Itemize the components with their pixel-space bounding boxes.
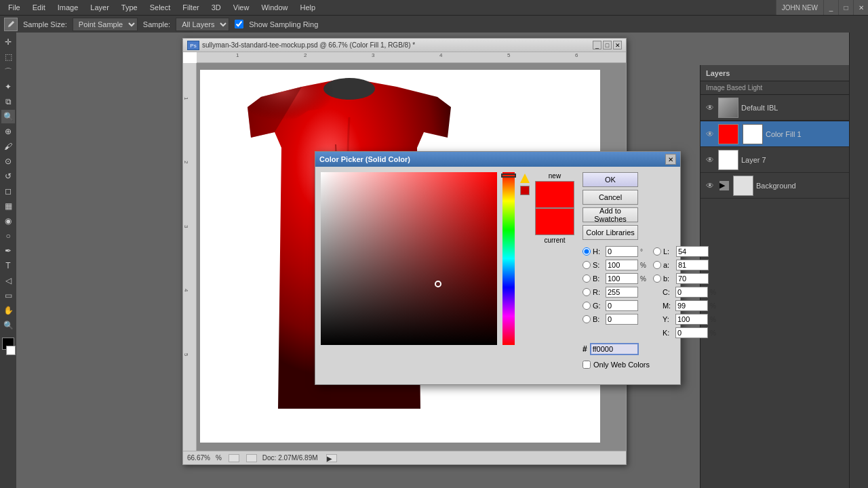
sample-size-select[interactable]: Point Sample xyxy=(73,18,138,31)
a-row: a: 81 xyxy=(653,259,716,271)
m-input[interactable]: 99 xyxy=(675,300,708,311)
eyedropper-tool[interactable]: 🔍 xyxy=(1,110,15,123)
path-select-tool[interactable]: ◁ xyxy=(1,274,15,287)
account-button[interactable]: JOHN NEW xyxy=(776,0,823,15)
color-fill-thumb xyxy=(718,124,738,144)
web-color-warning-swatch[interactable] xyxy=(520,186,530,195)
menu-select[interactable]: Select xyxy=(144,2,176,13)
color-picker-close-button[interactable]: ✕ xyxy=(665,154,676,165)
only-web-colors-checkbox[interactable] xyxy=(583,361,591,369)
minimize-button[interactable]: _ xyxy=(823,0,838,15)
heal-tool[interactable]: ⊕ xyxy=(1,125,15,138)
b3-input[interactable]: 70 xyxy=(676,273,709,284)
s-input[interactable]: 100 xyxy=(606,260,638,270)
move-tool[interactable]: ✛ xyxy=(1,35,15,49)
ok-button[interactable]: OK xyxy=(583,172,638,187)
menu-3d[interactable]: 3D xyxy=(206,2,226,13)
document-title: sullyman-3d-standard-tee-mockup.psd @ 66… xyxy=(202,41,591,49)
menu-help[interactable]: Help xyxy=(295,2,321,13)
lab-cmyk-col: L: 54 a: 81 b: 70 xyxy=(653,245,716,339)
layer-background[interactable]: 👁 ▶ Background xyxy=(701,173,849,199)
pen-tool[interactable]: ✒ xyxy=(1,244,15,258)
background-layer-name: Background xyxy=(756,182,845,190)
show-sampling-ring-checkbox[interactable] xyxy=(235,20,243,28)
hue-slider[interactable] xyxy=(502,172,515,345)
l-radio[interactable] xyxy=(653,247,661,256)
g-input[interactable]: 0 xyxy=(606,300,638,311)
sample-select[interactable]: All Layers xyxy=(176,18,229,31)
a-radio[interactable] xyxy=(653,261,661,269)
blur-tool[interactable]: ◉ xyxy=(1,214,15,228)
web-colors-row: Only Web Colors xyxy=(583,361,716,369)
h-input[interactable]: 0 xyxy=(606,246,638,257)
left-toolbar: ✛ ⬚ ⌒ ✦ ⧉ 🔍 ⊕ 🖌 ⊙ ↺ ◻ ▦ ◉ ○ ✒ T ◁ ▭ ✋ 🔍 xyxy=(0,33,16,488)
shape-tool[interactable]: ▭ xyxy=(1,289,15,302)
menu-layer[interactable]: Layer xyxy=(85,2,115,13)
a-input[interactable]: 81 xyxy=(676,260,709,270)
new-color-swatch[interactable] xyxy=(535,181,574,208)
s-radio[interactable] xyxy=(583,261,591,269)
menu-window[interactable]: Window xyxy=(256,2,293,13)
color-fill-mask-thumb xyxy=(743,124,763,144)
text-tool[interactable]: T xyxy=(1,259,15,272)
doc-close-button[interactable]: ✕ xyxy=(613,41,622,49)
color-gradient-picker[interactable] xyxy=(321,172,497,345)
dodge-tool[interactable]: ○ xyxy=(1,229,15,243)
r-radio[interactable] xyxy=(583,288,591,296)
layer-color-fill-1[interactable]: 👁 Color Fill 1 xyxy=(701,121,849,147)
menu-bar: JOHN NEW _ □ ✕ File Edit Image Layer Typ… xyxy=(0,0,868,15)
blue-radio[interactable] xyxy=(583,315,591,323)
lasso-tool[interactable]: ⌒ xyxy=(1,65,15,79)
ibl-visibility-icon[interactable]: 👁 xyxy=(705,102,715,113)
hand-tool[interactable]: ✋ xyxy=(1,304,15,317)
sample-size-label: Sample Size: xyxy=(23,20,67,28)
menu-filter[interactable]: Filter xyxy=(177,2,204,13)
k-input[interactable]: 0 xyxy=(675,327,708,338)
alert-icon[interactable] xyxy=(520,174,530,183)
b-input[interactable]: 100 xyxy=(606,273,638,284)
ibl-thumb xyxy=(718,98,738,118)
menu-type[interactable]: Type xyxy=(116,2,143,13)
r-input[interactable]: 255 xyxy=(606,287,638,298)
y-input[interactable]: 100 xyxy=(675,314,708,325)
magic-wand-tool[interactable]: ✦ xyxy=(1,80,15,94)
gradient-tool[interactable]: ▦ xyxy=(1,199,15,213)
menu-image[interactable]: Image xyxy=(52,2,84,13)
history-tool[interactable]: ↺ xyxy=(1,169,15,183)
doc-minimize-button[interactable]: _ xyxy=(593,41,601,49)
right-arrow-btn[interactable]: ▶ xyxy=(326,454,337,462)
new-color-label: new xyxy=(549,172,561,180)
g-radio[interactable] xyxy=(583,302,591,310)
eyedropper-tool-icon[interactable] xyxy=(4,18,18,31)
marquee-tool[interactable]: ⬚ xyxy=(1,50,15,64)
ibl-layer-row[interactable]: 👁 Default IBL xyxy=(701,95,849,121)
hex-input[interactable]: ff0000 xyxy=(590,343,639,355)
menu-view[interactable]: View xyxy=(228,2,255,13)
maximize-button[interactable]: □ xyxy=(838,0,853,15)
current-color-swatch[interactable] xyxy=(535,208,574,235)
c-input[interactable]: 0 xyxy=(675,287,708,298)
doc-maximize-button[interactable]: □ xyxy=(603,41,612,49)
h-radio[interactable] xyxy=(583,247,591,256)
b3-radio[interactable] xyxy=(653,274,661,283)
menu-file[interactable]: File xyxy=(3,2,26,13)
layer7-visibility-icon[interactable]: 👁 xyxy=(705,155,715,165)
layer-7[interactable]: 👁 Layer 7 xyxy=(701,147,849,173)
zoom-tool[interactable]: 🔍 xyxy=(1,319,15,332)
brush-tool[interactable]: 🖌 xyxy=(1,140,15,153)
color-libraries-button[interactable]: Color Libraries xyxy=(583,225,638,240)
blue-input[interactable]: 0 xyxy=(606,314,638,325)
eraser-tool[interactable]: ◻ xyxy=(1,184,15,198)
y-label: Y: xyxy=(663,315,673,323)
menu-edit[interactable]: Edit xyxy=(27,2,51,13)
background-expand-icon[interactable]: ▶ xyxy=(719,181,729,190)
crop-tool[interactable]: ⧉ xyxy=(1,95,15,108)
add-to-swatches-button[interactable]: Add to Swatches xyxy=(583,207,638,222)
color-fill-visibility-icon[interactable]: 👁 xyxy=(705,129,715,140)
cancel-button[interactable]: Cancel xyxy=(583,190,638,205)
clone-tool[interactable]: ⊙ xyxy=(1,155,15,168)
l-input[interactable]: 54 xyxy=(676,246,709,257)
background-color-swatch[interactable] xyxy=(6,346,16,355)
close-app-button[interactable]: ✕ xyxy=(853,0,868,15)
b-radio[interactable] xyxy=(583,274,591,283)
